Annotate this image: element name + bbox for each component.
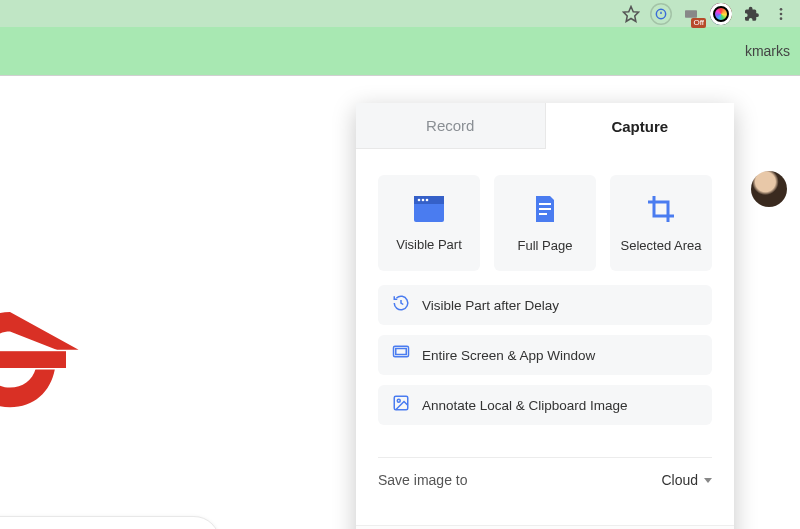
star-icon[interactable] [620,3,642,25]
save-label: Save image to [378,472,468,488]
option-label: Visible Part [396,237,462,252]
tab-capture[interactable]: Capture [546,103,735,149]
off-badge: Off [691,18,706,28]
option-visible-delay[interactable]: Visible Part after Delay [378,285,712,325]
svg-point-5 [780,17,783,20]
extension-popup: Record Capture Visible Part Full Page [356,103,734,529]
svg-marker-0 [624,6,639,21]
save-destination-select[interactable]: Cloud [661,472,712,488]
tab-record[interactable]: Record [356,103,546,149]
svg-rect-15 [539,203,551,205]
option-full-page[interactable]: Full Page [494,175,596,271]
extension-icon-1[interactable] [650,3,672,25]
svg-point-13 [422,198,425,201]
bookmarks-bar: kmarks [0,27,800,75]
svg-point-4 [780,12,783,15]
crop-icon [646,194,676,228]
search-box[interactable] [0,516,220,529]
option-entire-screen[interactable]: Entire Screen & App Window [378,335,712,375]
page-body: Record Capture Visible Part Full Page [0,75,800,529]
google-logo-fragment [0,291,140,431]
extension-icon-2[interactable]: Off [680,3,702,25]
option-label: Annotate Local & Clipboard Image [422,398,628,413]
option-label: Entire Screen & App Window [422,348,595,363]
svg-rect-16 [539,208,551,210]
extension-icon-3[interactable] [710,3,732,25]
option-label: Full Page [518,238,573,253]
option-selected-area[interactable]: Selected Area [610,175,712,271]
browser-window-icon [413,195,445,227]
extensions-puzzle-icon[interactable] [740,3,762,25]
tabs: Record Capture [356,103,734,149]
delay-icon [392,294,410,316]
scroll-page-icon [530,194,560,228]
save-destination-row: Save image to Cloud [356,458,734,502]
svg-rect-2 [685,10,697,18]
option-visible-part[interactable]: Visible Part [378,175,480,271]
avatar[interactable] [751,171,787,207]
monitor-icon [392,344,410,366]
svg-rect-6 [0,351,66,368]
chevron-down-icon [704,478,712,483]
svg-point-12 [418,198,421,201]
overflow-menu-icon[interactable] [770,3,792,25]
image-icon [392,394,410,416]
save-destination-value: Cloud [661,472,698,488]
svg-point-3 [780,8,783,11]
svg-point-21 [397,399,400,402]
capture-options: Visible Part Full Page Selected Area [356,149,734,439]
svg-rect-17 [539,213,547,215]
browser-toolbar: Off [0,0,800,27]
svg-rect-19 [396,349,407,355]
option-annotate-local[interactable]: Annotate Local & Clipboard Image [378,385,712,425]
svg-point-14 [426,198,429,201]
bookmarks-label-partial[interactable]: kmarks [745,43,790,59]
option-label: Visible Part after Delay [422,298,559,313]
option-label: Selected Area [621,238,702,253]
popup-footer: Sign in Feedback [356,525,734,529]
